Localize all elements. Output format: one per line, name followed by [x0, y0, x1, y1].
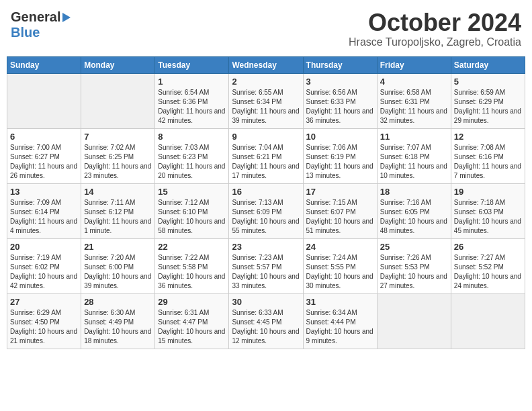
day-number: 20 [10, 242, 78, 252]
day-info: Sunrise: 7:00 AM Sunset: 6:27 PM Dayligh… [10, 143, 78, 181]
sunset-text: Sunset: 5:58 PM [158, 263, 208, 271]
day-info: Sunrise: 7:26 AM Sunset: 5:53 PM Dayligh… [380, 253, 448, 291]
day-info: Sunrise: 6:31 AM Sunset: 4:47 PM Dayligh… [158, 308, 226, 346]
sunset-text: Sunset: 6:29 PM [454, 98, 504, 105]
calendar-day-cell: 22 Sunrise: 7:22 AM Sunset: 5:58 PM Dayl… [155, 238, 229, 293]
sunrise-text: Sunrise: 7:04 AM [232, 144, 283, 151]
sunrise-text: Sunrise: 7:20 AM [84, 254, 135, 261]
daylight-text: Daylight: 10 hours and 9 minutes. [306, 328, 373, 345]
sunrise-text: Sunrise: 7:07 AM [380, 144, 431, 151]
calendar-day-cell: 7 Sunrise: 7:02 AM Sunset: 6:25 PM Dayli… [81, 128, 155, 183]
logo: General Blue [11, 9, 71, 40]
sunrise-text: Sunrise: 7:16 AM [380, 199, 431, 206]
sunset-text: Sunset: 6:34 PM [232, 98, 281, 105]
sunset-text: Sunset: 6:09 PM [232, 208, 281, 216]
day-info: Sunrise: 7:04 AM Sunset: 6:21 PM Dayligh… [232, 143, 300, 181]
location-title: Hrasce Turopoljsko, Zagreb, Croatia [349, 36, 521, 48]
daylight-text: Daylight: 11 hours and 4 minutes. [10, 218, 77, 234]
sunrise-text: Sunrise: 6:29 AM [10, 309, 61, 316]
sunrise-text: Sunrise: 7:09 AM [10, 199, 61, 206]
calendar-day-cell: 24 Sunrise: 7:24 AM Sunset: 5:55 PM Dayl… [303, 238, 377, 293]
day-info: Sunrise: 7:02 AM Sunset: 6:25 PM Dayligh… [84, 143, 152, 181]
sunrise-text: Sunrise: 7:06 AM [306, 144, 357, 151]
day-number: 2 [232, 77, 300, 87]
sunset-text: Sunset: 4:45 PM [232, 318, 281, 326]
day-info: Sunrise: 7:11 AM Sunset: 6:12 PM Dayligh… [84, 198, 152, 236]
day-info: Sunrise: 7:03 AM Sunset: 6:23 PM Dayligh… [158, 143, 226, 181]
sunrise-text: Sunrise: 7:23 AM [232, 254, 283, 261]
sunset-text: Sunset: 6:12 PM [84, 208, 134, 216]
daylight-text: Daylight: 10 hours and 12 minutes. [232, 328, 299, 345]
day-number: 22 [158, 242, 226, 252]
sunset-text: Sunset: 6:02 PM [10, 263, 60, 271]
daylight-text: Daylight: 11 hours and 39 minutes. [232, 107, 299, 124]
day-number: 6 [10, 132, 78, 142]
calendar-day-cell: 13 Sunrise: 7:09 AM Sunset: 6:14 PM Dayl… [7, 183, 81, 238]
daylight-text: Daylight: 10 hours and 36 minutes. [158, 273, 225, 289]
calendar-day-cell [451, 293, 525, 349]
day-info: Sunrise: 7:16 AM Sunset: 6:05 PM Dayligh… [380, 198, 448, 236]
sunrise-text: Sunrise: 7:11 AM [84, 199, 135, 206]
day-of-week-header: Sunday [7, 56, 81, 73]
sunset-text: Sunset: 6:36 PM [158, 98, 208, 105]
calendar-day-cell: 14 Sunrise: 7:11 AM Sunset: 6:12 PM Dayl… [81, 183, 155, 238]
day-number: 12 [454, 132, 522, 142]
day-number: 3 [306, 77, 374, 87]
day-info: Sunrise: 7:22 AM Sunset: 5:58 PM Dayligh… [158, 253, 226, 291]
day-info: Sunrise: 7:15 AM Sunset: 6:07 PM Dayligh… [306, 198, 374, 236]
day-info: Sunrise: 6:58 AM Sunset: 6:31 PM Dayligh… [380, 88, 448, 126]
day-number: 14 [84, 187, 152, 197]
sunset-text: Sunset: 6:27 PM [10, 153, 60, 161]
day-info: Sunrise: 6:55 AM Sunset: 6:34 PM Dayligh… [232, 88, 300, 126]
sunset-text: Sunset: 5:57 PM [232, 263, 281, 271]
sunrise-text: Sunrise: 6:58 AM [380, 89, 431, 96]
calendar-day-cell: 11 Sunrise: 7:07 AM Sunset: 6:18 PM Dayl… [377, 128, 451, 183]
daylight-text: Daylight: 11 hours and 36 minutes. [306, 107, 373, 124]
day-number: 5 [454, 77, 522, 87]
calendar-day-cell: 12 Sunrise: 7:08 AM Sunset: 6:16 PM Dayl… [451, 128, 525, 183]
daylight-text: Daylight: 10 hours and 24 minutes. [454, 273, 521, 289]
sunset-text: Sunset: 5:53 PM [380, 263, 430, 271]
sunrise-text: Sunrise: 6:30 AM [84, 309, 135, 316]
calendar-day-cell: 6 Sunrise: 7:00 AM Sunset: 6:27 PM Dayli… [7, 128, 81, 183]
day-info: Sunrise: 7:19 AM Sunset: 6:02 PM Dayligh… [10, 253, 78, 291]
day-number: 23 [232, 242, 300, 252]
title-block: October 2024 Hrasce Turopoljsko, Zagreb,… [349, 9, 521, 48]
day-info: Sunrise: 7:13 AM Sunset: 6:09 PM Dayligh… [232, 198, 300, 236]
day-number: 24 [306, 242, 374, 252]
day-info: Sunrise: 6:56 AM Sunset: 6:33 PM Dayligh… [306, 88, 374, 126]
day-of-week-header: Monday [81, 56, 155, 73]
daylight-text: Daylight: 11 hours and 32 minutes. [380, 107, 447, 124]
day-number: 21 [84, 242, 152, 252]
daylight-text: Daylight: 11 hours and 7 minutes. [454, 163, 521, 179]
logo-blue-text: Blue [11, 25, 40, 40]
sunset-text: Sunset: 6:03 PM [454, 208, 504, 216]
calendar-day-cell: 18 Sunrise: 7:16 AM Sunset: 6:05 PM Dayl… [377, 183, 451, 238]
sunset-text: Sunset: 4:50 PM [10, 318, 60, 326]
daylight-text: Daylight: 10 hours and 15 minutes. [158, 328, 225, 345]
day-of-week-header: Thursday [303, 56, 377, 73]
daylight-text: Daylight: 10 hours and 48 minutes. [380, 218, 447, 234]
sunrise-text: Sunrise: 6:33 AM [232, 309, 283, 316]
daylight-text: Daylight: 10 hours and 39 minutes. [84, 273, 151, 289]
sunset-text: Sunset: 6:05 PM [380, 208, 430, 216]
sunrise-text: Sunrise: 6:34 AM [306, 309, 357, 316]
sunset-text: Sunset: 6:14 PM [10, 208, 60, 216]
sunrise-text: Sunrise: 7:08 AM [454, 144, 505, 151]
calendar-day-cell [377, 293, 451, 349]
calendar-week-row: 1 Sunrise: 6:54 AM Sunset: 6:36 PM Dayli… [7, 73, 525, 128]
day-number: 4 [380, 77, 448, 87]
day-number: 27 [10, 297, 78, 307]
sunset-text: Sunset: 6:33 PM [306, 98, 356, 105]
daylight-text: Daylight: 11 hours and 1 minute. [84, 218, 151, 234]
sunrise-text: Sunrise: 7:03 AM [158, 144, 209, 151]
day-number: 16 [232, 187, 300, 197]
calendar-week-row: 6 Sunrise: 7:00 AM Sunset: 6:27 PM Dayli… [7, 128, 525, 183]
calendar-day-cell: 21 Sunrise: 7:20 AM Sunset: 6:00 PM Dayl… [81, 238, 155, 293]
day-number: 30 [232, 297, 300, 307]
calendar-week-row: 13 Sunrise: 7:09 AM Sunset: 6:14 PM Dayl… [7, 183, 525, 238]
day-info: Sunrise: 7:20 AM Sunset: 6:00 PM Dayligh… [84, 253, 152, 291]
daylight-text: Daylight: 10 hours and 21 minutes. [10, 328, 77, 345]
calendar-day-cell: 9 Sunrise: 7:04 AM Sunset: 6:21 PM Dayli… [229, 128, 303, 183]
day-number: 11 [380, 132, 448, 142]
